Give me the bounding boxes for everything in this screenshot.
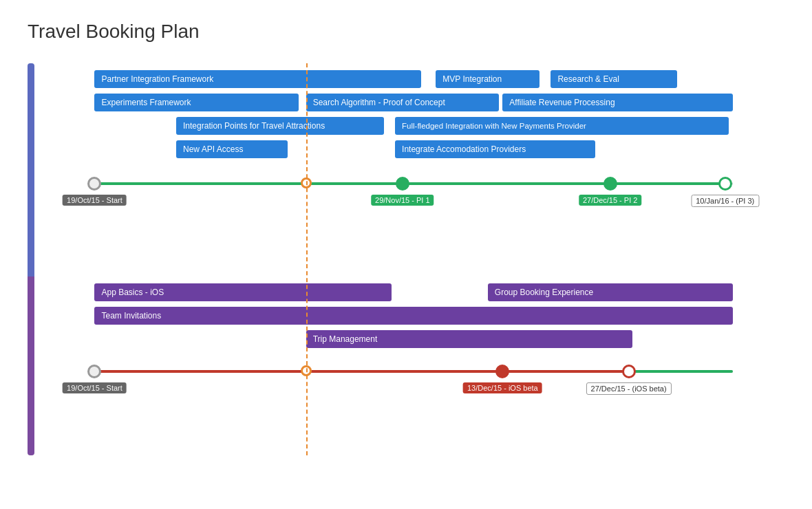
bar-integrate-accomodation: Integrate Accomodation Providers — [395, 140, 595, 158]
bar-mvp-integration: MVP Integration — [436, 70, 539, 88]
milestone-pi1-web — [396, 177, 409, 191]
milestone-label-start-ios: 19/Oct/15 - Start — [63, 382, 127, 393]
milestone-start-ios — [87, 365, 101, 378]
bar-team-invitations: Team Invitations — [94, 307, 732, 325]
milestone-start-web — [87, 177, 101, 191]
bar-research-eval: Research & Eval — [551, 70, 676, 88]
bar-affiliate-revenue: Affiliate Revenue Processing — [502, 94, 732, 111]
milestone-label-pi1: 29/Nov/15 - PI 1 — [371, 195, 434, 206]
chart-area: Partner Integration Framework MVP Integr… — [28, 63, 784, 455]
ios-timeline-green-end — [629, 370, 733, 373]
milestone-label-pi2: 27/Dec/15 - PI 2 — [579, 195, 642, 206]
web-timeline: 19/Oct/15 - Start 29/Nov/15 - PI 1 27/De… — [43, 170, 784, 204]
bar-full-fledged: Full-fledged Integration with New Paymen… — [395, 117, 729, 135]
left-bar-blue — [28, 63, 34, 277]
left-bar — [28, 63, 34, 455]
bar-integration-points: Integration Points for Travel Attraction… — [176, 117, 384, 135]
bar-partner-integration: Partner Integration Framework — [94, 70, 420, 88]
bar-new-api: New API Access — [176, 140, 288, 158]
milestone-label-ios-beta2: 27/Dec/15 - (iOS beta) — [586, 382, 672, 395]
milestone-pi3-web — [718, 177, 732, 191]
milestone-ios-beta2 — [622, 365, 636, 378]
ios-timeline: 19/Oct/15 - Start 13/Dec/15 - iOS beta 2… — [43, 358, 784, 392]
milestone-label-ios-beta: 13/Dec/15 - iOS beta — [463, 382, 542, 393]
timeline-filled-line — [94, 182, 725, 185]
milestone-label-pi3: 10/Jan/16 - (PI 3) — [691, 195, 759, 207]
bar-experiments-framework: Experiments Framework — [94, 94, 298, 111]
milestone-label-start-web: 19/Oct/15 - Start — [63, 195, 127, 206]
ios-timeline-filled — [94, 370, 628, 373]
milestone-pi2-web — [603, 177, 617, 191]
today-line — [306, 63, 308, 455]
page: Travel Booking Plan Partner Integration … — [0, 0, 812, 476]
blue-section: Partner Integration Framework MVP Integr… — [43, 63, 784, 270]
bar-app-basics-ios: App Basics - iOS — [94, 283, 391, 301]
bar-trip-management: Trip Management — [306, 330, 632, 348]
left-bar-purple — [28, 277, 34, 455]
bar-search-algorithm: Search Algorithm - Proof of Concept — [306, 94, 499, 111]
milestone-ios-beta — [495, 365, 509, 378]
page-title: Travel Booking Plan — [28, 21, 784, 43]
purple-section: App Basics - iOS Group Booking Experienc… — [43, 277, 784, 442]
bar-group-booking: Group Booking Experience — [488, 283, 733, 301]
gantt-main: Partner Integration Framework MVP Integr… — [43, 63, 784, 455]
